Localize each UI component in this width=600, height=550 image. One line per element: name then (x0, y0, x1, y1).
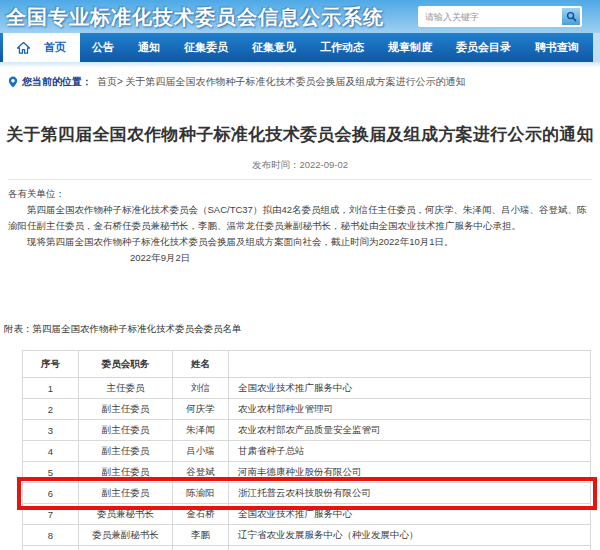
cell-no: 1 (23, 378, 79, 399)
nav-item-3[interactable]: 通知 (126, 33, 172, 62)
nav-item-label: 通知 (138, 40, 160, 55)
nav-item-label: 规章制度 (388, 40, 432, 55)
cell-no: 7 (23, 504, 79, 525)
cell-name: 朱泽闻 (173, 420, 229, 441)
cell-unit: 浙江托普云农科技股份有限公司 (229, 483, 591, 504)
cell-no: 5 (23, 462, 79, 483)
cell-role: 副主任委员 (79, 441, 173, 462)
cell-unit: 河南丰德康种业股份有限公司 (229, 462, 591, 483)
table-row-highlighted: 6副主任委员陈渝阳浙江托普云农科技股份有限公司 (23, 483, 591, 504)
location-pin-icon (8, 76, 18, 88)
cell-role: 主任委员 (79, 378, 173, 399)
column-header: 委员会职务 (79, 351, 173, 378)
table-row: 4副主任委员吕小瑞甘肃省种子总站 (23, 441, 591, 462)
nav-item-4[interactable]: 征集委员 (172, 33, 240, 62)
table-body: 1主任委员刘信全国农业技术推广服务中心2副主任委员何庆学农业农村部种业管理司3副… (23, 378, 591, 550)
nav-item-label: 委员会目录 (456, 40, 511, 55)
table-row: 7委员兼秘书长金石桥全国农业技术推广服务中心 (23, 504, 591, 525)
cell-role: 委员兼秘书长 (79, 504, 173, 525)
column-header: 序号 (23, 351, 79, 378)
cell-name: 吕小瑞 (173, 441, 229, 462)
search-box (418, 6, 582, 27)
cell-role: 副主任委员 (79, 483, 173, 504)
paragraph-2: 现将第四届全国农作物种子标准化技术委员会换届及组成方案面向社会，截止时间为202… (8, 234, 592, 250)
cell-role: 委员兼副秘书长 (79, 546, 173, 550)
nav-item-label: 首页 (44, 40, 66, 55)
breadcrumb-label: 您当前的位置： (22, 75, 92, 89)
cell-no: 9 (23, 546, 79, 550)
nav-item-label: 征集委员 (184, 40, 228, 55)
salutation: 各有关单位： (8, 186, 592, 202)
search-icon (566, 11, 577, 22)
cell-unit: 辽宁省农业发展服务中心（种业发展中心） (229, 525, 591, 546)
nav-item-10[interactable]: 资料下载 (591, 33, 600, 62)
site-title: 全国专业标准化技术委员会信息公示系统 (6, 4, 384, 31)
cell-name: 李鹏 (173, 525, 229, 546)
nav-item-5[interactable]: 征集意见 (240, 33, 308, 62)
cell-role: 副主任委员 (79, 399, 173, 420)
nav-item-label: 征集意见 (252, 40, 296, 55)
cell-role: 副主任委员 (79, 462, 173, 483)
cell-no: 4 (23, 441, 79, 462)
breadcrumb: 您当前的位置： 首页> 关于第四届全国农作物种子标准化技术委员会换届及组成方案进… (0, 68, 600, 89)
nav-item-8[interactable]: 委员会目录 (444, 33, 523, 62)
table-header-row: 序号委员会职务姓名 (23, 351, 591, 378)
table-row: 2副主任委员何庆学农业农村部种业管理司 (23, 399, 591, 420)
cell-unit: 甘肃省种子总站 (229, 441, 591, 462)
members-table: 序号委员会职务姓名 1主任委员刘信全国农业技术推广服务中心2副主任委员何庆学农业… (22, 350, 591, 550)
article-body: 各有关单位： 第四届全国农作物种子标准化技术委员会（SAC/TC37）拟由42名… (0, 180, 600, 266)
cell-unit: 农业农村部种业管理司 (229, 399, 591, 420)
nav-item-label: 聘书查询 (535, 40, 579, 55)
cell-name: 温常龙 (173, 546, 229, 550)
cell-name: 谷登斌 (173, 462, 229, 483)
cell-no: 8 (23, 525, 79, 546)
article-date: 2022年9月2日 (8, 250, 592, 266)
search-button[interactable] (562, 8, 580, 25)
breadcrumb-path[interactable]: 首页> 关于第四届全国农作物种子标准化技术委员会换届及组成方案进行公示的通知 (97, 75, 466, 89)
table-row: 5副主任委员谷登斌河南丰德康种业股份有限公司 (23, 462, 591, 483)
cell-unit: 全国农业技术推广服务中心 (229, 504, 591, 525)
nav-item-label: 公告 (92, 40, 114, 55)
cell-role: 委员兼副秘书长 (79, 525, 173, 546)
cell-unit: 农业农村部农产品质量安全监管司 (229, 420, 591, 441)
nav-item-9[interactable]: 聘书查询 (523, 33, 591, 62)
table-row: 1主任委员刘信全国农业技术推广服务中心 (23, 378, 591, 399)
nav-item-7[interactable]: 规章制度 (376, 33, 444, 62)
table-head: 序号委员会职务姓名 (23, 351, 591, 378)
attachment-label: 附表：第四届全国农作物种子标准化技术委员会委员名单 (0, 323, 600, 336)
cell-role: 副主任委员 (79, 420, 173, 441)
cell-no: 6 (23, 483, 79, 504)
nav-item-label: 工作动态 (320, 40, 364, 55)
table-row: 3副主任委员朱泽闻农业农村部农产品质量安全监管司 (23, 420, 591, 441)
top-banner: 全国专业标准化技术委员会信息公示系统 (0, 0, 600, 33)
column-header: 姓名 (173, 351, 229, 378)
cell-unit: 北京市农林科学院蔬菜研究所 (229, 546, 591, 550)
cell-no: 3 (23, 420, 79, 441)
main-nav: 首页公告通知征集委员征集意见工作动态规章制度委员会目录聘书查询资料下载 (0, 33, 593, 62)
search-input[interactable] (420, 8, 562, 25)
nav-item-1[interactable]: 首页 (3, 33, 80, 62)
column-header (229, 351, 591, 378)
cell-name: 金石桥 (173, 504, 229, 525)
table-row: 9委员兼副秘书长温常龙北京市农林科学院蔬菜研究所 (23, 546, 591, 550)
publish-time: 发布时间：2022-09-02 (0, 159, 600, 172)
cell-name: 陈渝阳 (173, 483, 229, 504)
cell-unit: 全国农业技术推广服务中心 (229, 378, 591, 399)
paragraph-1: 第四届全国农作物种子标准化技术委员会（SAC/TC37）拟由42名委员组成，刘信… (8, 202, 592, 234)
table-row: 8委员兼副秘书长李鹏辽宁省农业发展服务中心（种业发展中心） (23, 525, 591, 546)
nav-bar-wrap: 首页公告通知征集委员征集意见工作动态规章制度委员会目录聘书查询资料下载 (0, 33, 600, 62)
home-icon (17, 42, 37, 54)
nav-item-2[interactable]: 公告 (80, 33, 126, 62)
cell-name: 刘信 (173, 378, 229, 399)
nav-item-6[interactable]: 工作动态 (308, 33, 376, 62)
cell-no: 2 (23, 399, 79, 420)
cell-name: 何庆学 (173, 399, 229, 420)
page-title: 关于第四届全国农作物种子标准化技术委员会换届及组成方案进行公示的通知 (0, 122, 600, 148)
